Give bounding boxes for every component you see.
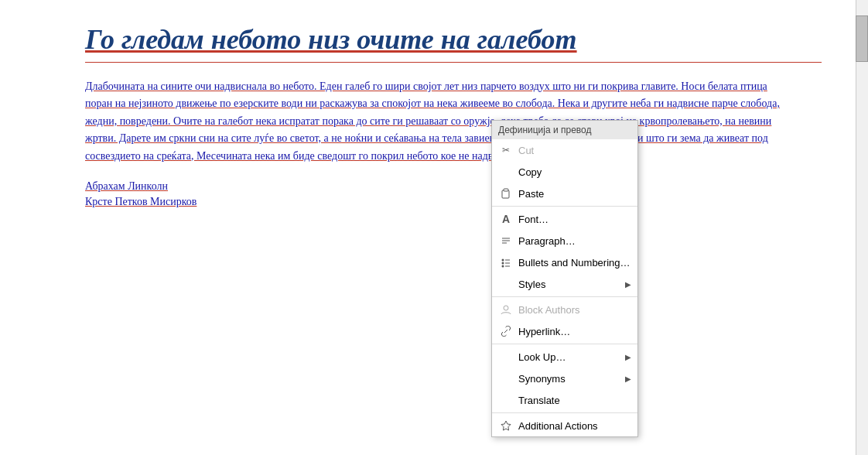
menu-item-styles[interactable]: Styles ▶ [492, 273, 637, 295]
cut-label: Cut [518, 145, 631, 156]
paragraph-icon [498, 233, 514, 248]
paste-icon [498, 186, 514, 201]
scrollbar-thumb[interactable] [856, 15, 868, 62]
author-1: Абрахам Линколн [85, 180, 822, 193]
separator-1 [492, 206, 637, 207]
menu-item-lookup[interactable]: Look Up… ▶ [492, 346, 637, 368]
menu-item-cut[interactable]: ✂ Cut [492, 139, 637, 161]
menu-header-label: Дефиниција и превод [498, 125, 631, 135]
additional-actions-icon [498, 418, 514, 433]
styles-label: Styles [518, 279, 625, 290]
translate-icon [498, 392, 514, 408]
lookup-label: Look Up… [518, 351, 625, 363]
block-authors-label: Block Authors [518, 304, 631, 316]
lookup-icon [498, 349, 514, 364]
svg-point-5 [502, 259, 504, 262]
lookup-arrow: ▶ [625, 353, 631, 361]
menu-item-paragraph[interactable]: Paragraph… [492, 230, 637, 251]
synonyms-arrow: ▶ [625, 375, 631, 383]
context-menu: Дефиниција и превод ✂ Cut Copy Paste A F… [491, 120, 638, 437]
copy-label: Copy [518, 166, 631, 178]
block-authors-icon [498, 302, 514, 317]
page-content: Го гледам небото низ очите на галебот Дл… [0, 0, 868, 234]
bullets-icon [498, 255, 514, 270]
bullets-label: Bullets and Numbering… [518, 257, 631, 269]
paste-label: Paste [518, 188, 631, 200]
hyperlink-label: Hyperlink… [518, 326, 631, 337]
styles-arrow: ▶ [625, 280, 631, 289]
translate-label: Translate [518, 395, 631, 406]
document-title: Го гледам небото низ очите на галебот [85, 23, 822, 63]
menu-item-additional-actions[interactable]: Additional Actions [492, 415, 637, 436]
menu-item-bullets[interactable]: Bullets and Numbering… [492, 251, 637, 273]
styles-icon [498, 276, 514, 292]
svg-marker-12 [501, 421, 511, 430]
svg-point-11 [504, 306, 508, 310]
additional-actions-label: Additional Actions [518, 420, 631, 432]
font-label: Font… [518, 214, 631, 225]
copy-icon [498, 164, 514, 180]
font-icon: A [498, 211, 514, 227]
separator-2 [492, 296, 637, 297]
synonyms-label: Synonyms [518, 373, 625, 385]
svg-point-7 [502, 262, 504, 265]
menu-item-paste[interactable]: Paste [492, 183, 637, 204]
synonyms-icon [498, 371, 514, 386]
body-paragraph: Длабочината на сините очи надвиснала во … [85, 78, 781, 165]
menu-item-hyperlink[interactable]: Hyperlink… [492, 320, 637, 342]
menu-item-translate[interactable]: Translate [492, 389, 637, 411]
hyperlink-icon [498, 323, 514, 339]
document-body: Длабочината на сините очи надвиснала во … [85, 78, 781, 165]
menu-item-copy[interactable]: Copy [492, 161, 637, 183]
menu-item-synonyms[interactable]: Synonyms ▶ [492, 368, 637, 389]
author-section: Абрахам Линколн Крсте Петков Мисирков [85, 180, 822, 208]
svg-rect-1 [504, 189, 508, 191]
cut-icon: ✂ [498, 142, 514, 158]
menu-header: Дефиниција и превод [492, 121, 637, 139]
paragraph-label: Paragraph… [518, 235, 631, 247]
separator-4 [492, 412, 637, 413]
svg-point-9 [502, 265, 504, 268]
menu-item-block-authors[interactable]: Block Authors [492, 299, 637, 320]
scrollbar[interactable] [856, 0, 868, 455]
menu-item-font[interactable]: A Font… [492, 208, 637, 230]
separator-3 [492, 344, 637, 344]
author-2: Крсте Петков Мисирков [85, 196, 822, 208]
